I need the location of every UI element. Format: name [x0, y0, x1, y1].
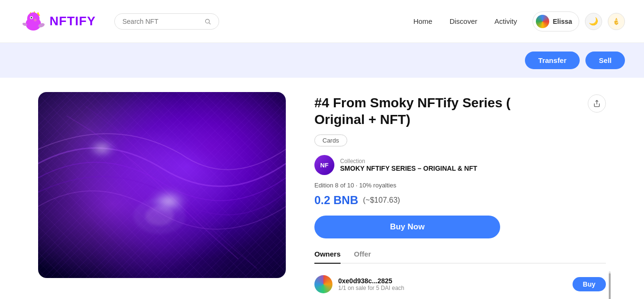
owners-wrapper: 0xe0d938c...2825 1/1 on sale for 5 DAI e…	[314, 271, 606, 297]
edition-info: Edition 8 of 10 · 10% royalties	[314, 182, 606, 189]
owners-list: 0xe0d938c...2825 1/1 on sale for 5 DAI e…	[314, 271, 606, 297]
glow-spot2	[88, 139, 116, 158]
transfer-button[interactable]: Transfer	[525, 52, 580, 69]
buy-now-button[interactable]: Buy Now	[314, 216, 500, 238]
bnb-wallet-button[interactable]: ◈	[608, 13, 625, 30]
price-bnb: 0.2 BNB	[314, 194, 358, 207]
scrollbar-thumb[interactable]	[609, 273, 611, 299]
sell-button[interactable]: Sell	[585, 52, 625, 69]
search-bar[interactable]	[114, 13, 219, 30]
user-area: Elissa 🌙 ◈	[533, 11, 625, 31]
price-row: 0.2 BNB (~$107.63)	[314, 194, 606, 207]
search-input[interactable]	[122, 18, 201, 25]
dark-mode-button[interactable]: 🌙	[585, 13, 602, 30]
nft-artwork	[38, 92, 286, 278]
logo-text: NFTIFY	[50, 14, 96, 29]
logo-area: NFTIFY	[19, 7, 105, 36]
share-icon	[593, 100, 601, 107]
tab-offer[interactable]: Offer	[354, 250, 371, 263]
collection-icon: NF	[314, 155, 334, 175]
share-button[interactable]	[588, 94, 606, 113]
nft-details: #4 From Smoky NFTify Series ( Original +…	[314, 92, 606, 297]
collection-info: Collection SMOKY NFTIFY SERIES – ORIGINA…	[340, 158, 477, 172]
svg-point-2	[27, 12, 40, 25]
nav-home[interactable]: Home	[413, 17, 433, 25]
collection-icon-text: NF	[320, 162, 328, 169]
owner-buy-button[interactable]: Buy	[573, 277, 606, 291]
svg-point-4	[31, 17, 32, 18]
collection-name: SMOKY NFTIFY SERIES – ORIGINAL & NFT	[340, 165, 477, 172]
moon-icon: 🌙	[589, 17, 598, 26]
nft-title: #4 From Smoky NFTify Series ( Original +…	[314, 94, 533, 128]
owner-avatar	[314, 275, 332, 293]
nav-activity[interactable]: Activity	[494, 17, 517, 25]
price-usd: (~$107.63)	[363, 196, 400, 205]
nft-title-row: #4 From Smoky NFTify Series ( Original +…	[314, 94, 606, 128]
collection-label: Collection	[340, 158, 477, 165]
owner-address: 0xe0d938c...2825	[338, 277, 404, 285]
owner-left: 0xe0d938c...2825 1/1 on sale for 5 DAI e…	[314, 275, 404, 293]
collection-row: NF Collection SMOKY NFTIFY SERIES – ORIG…	[314, 155, 606, 175]
avatar	[536, 15, 549, 28]
svg-point-8	[205, 19, 209, 23]
owner-sale-info: 1/1 on sale for 5 DAI each	[338, 285, 404, 291]
nft-image	[38, 92, 286, 278]
tab-owners[interactable]: Owners	[314, 250, 341, 264]
glow-spot	[150, 189, 188, 213]
tabs-row: Owners Offer	[314, 250, 606, 264]
svg-point-5	[34, 19, 37, 21]
owner-info: 0xe0d938c...2825 1/1 on sale for 5 DAI e…	[338, 277, 404, 291]
svg-line-9	[209, 22, 211, 24]
svg-text:◈: ◈	[614, 20, 617, 24]
logo-mascot-icon	[19, 7, 48, 36]
search-icon	[204, 18, 211, 25]
user-badge[interactable]: Elissa	[533, 11, 579, 31]
header: NFTIFY Home Discover Activity Elissa 🌙	[0, 0, 644, 43]
nav-discover[interactable]: Discover	[450, 17, 477, 25]
main-content: #4 From Smoky NFTify Series ( Original +…	[0, 78, 644, 299]
bnb-icon: ◈	[612, 17, 621, 26]
tag-cards[interactable]: Cards	[314, 134, 347, 146]
user-name: Elissa	[553, 18, 572, 25]
scrollbar-track	[609, 271, 611, 297]
owner-row: 0xe0d938c...2825 1/1 on sale for 5 DAI e…	[314, 271, 606, 297]
action-bar: Transfer Sell	[0, 43, 644, 78]
nav-links: Home Discover Activity	[413, 17, 517, 25]
swirl-svg	[38, 92, 286, 278]
